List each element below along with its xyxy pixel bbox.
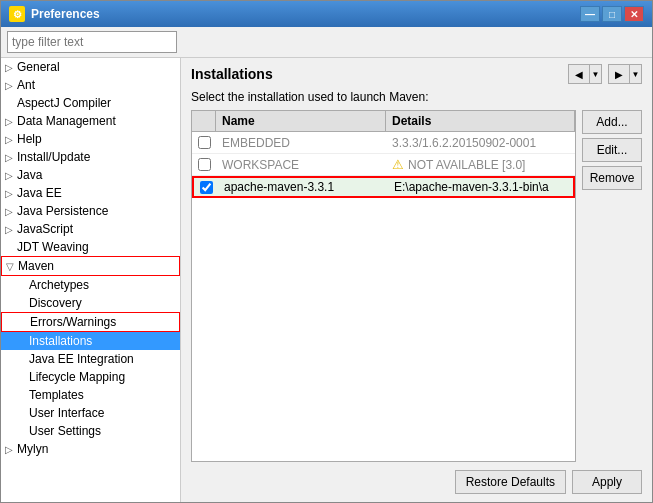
row-checkbox-embedded[interactable] [192, 136, 216, 149]
sidebar-item-javascript[interactable]: ▷ JavaScript [1, 220, 180, 238]
sidebar-item-label: Installations [29, 334, 176, 348]
th-check [192, 111, 216, 131]
minimize-button[interactable]: — [580, 6, 600, 22]
arrow-icon: ▷ [5, 152, 17, 163]
window-icon: ⚙ [9, 6, 25, 22]
sidebar-item-javaee[interactable]: ▷ Java EE [1, 184, 180, 202]
sidebar-item-label: Java EE Integration [29, 352, 176, 366]
row-name-embedded: EMBEDDED [216, 134, 386, 152]
sidebar-item-label: General [17, 60, 176, 74]
sidebar-item-installations[interactable]: Installations [1, 332, 180, 350]
sidebar-item-usersettings[interactable]: User Settings [1, 422, 180, 440]
table-header: Name Details [192, 111, 575, 132]
sidebar-item-label: JDT Weaving [17, 240, 176, 254]
sidebar-item-label: AspectJ Compiler [17, 96, 176, 110]
sidebar-item-label: Help [17, 132, 176, 146]
table-area: Name Details EMBEDDED 3.3.3/1.6. [191, 110, 642, 462]
table-row-apache: apache-maven-3.3.1 E:\apache-maven-3.3.1… [192, 176, 575, 198]
back-nav-group: ◀ ▼ [568, 64, 602, 84]
row-details-apache: E:\apache-maven-3.3.1-bin\a [388, 178, 573, 196]
sidebar-item-label: Archetypes [29, 278, 176, 292]
sidebar-item-java[interactable]: ▷ Java [1, 166, 180, 184]
sidebar-item-jdtweaving[interactable]: JDT Weaving [1, 238, 180, 256]
sidebar-item-label: Errors/Warnings [30, 315, 175, 329]
sidebar-item-label: User Interface [29, 406, 176, 420]
search-input[interactable] [7, 31, 177, 53]
installations-table: Name Details EMBEDDED 3.3.3/1.6. [191, 110, 576, 462]
table-body: EMBEDDED 3.3.3/1.6.2.20150902-0001 WORKS… [192, 132, 575, 461]
row-checkbox-workspace[interactable] [192, 158, 216, 171]
th-details: Details [386, 111, 575, 131]
arrow-icon: ▷ [5, 206, 17, 217]
panel-title: Installations [191, 66, 273, 82]
close-button[interactable]: ✕ [624, 6, 644, 22]
sidebar-item-label: Java [17, 168, 176, 182]
sidebar-item-lifecyclemapping[interactable]: Lifecycle Mapping [1, 368, 180, 386]
sidebar-item-ant[interactable]: ▷ Ant [1, 76, 180, 94]
arrow-icon: ▽ [6, 261, 18, 272]
sidebar-item-label: Java EE [17, 186, 176, 200]
arrow-icon: ▷ [5, 80, 17, 91]
checkbox-workspace[interactable] [198, 158, 211, 171]
maximize-button[interactable]: □ [602, 6, 622, 22]
arrow-icon: ▷ [5, 116, 17, 127]
arrow-icon: ▷ [5, 170, 17, 181]
sidebar-item-label: Install/Update [17, 150, 176, 164]
table-row: EMBEDDED 3.3.3/1.6.2.20150902-0001 [192, 132, 575, 154]
th-name: Name [216, 111, 386, 131]
sidebar-item-discovery[interactable]: Discovery [1, 294, 180, 312]
forward-dropdown-button[interactable]: ▼ [630, 64, 642, 84]
sidebar-item-errorswarnings[interactable]: Errors/Warnings [1, 312, 180, 332]
panel-header: Installations ◀ ▼ ▶ ▼ [181, 58, 652, 88]
sidebar-item-templates[interactable]: Templates [1, 386, 180, 404]
back-dropdown-button[interactable]: ▼ [590, 64, 602, 84]
edit-button[interactable]: Edit... [582, 138, 642, 162]
sidebar-item-userinterface[interactable]: User Interface [1, 404, 180, 422]
sidebar-item-help[interactable]: ▷ Help [1, 130, 180, 148]
sidebar-item-general[interactable]: ▷ General [1, 58, 180, 76]
sidebar-item-label: Data Management [17, 114, 176, 128]
sidebar-item-label: Mylyn [17, 442, 176, 456]
checkbox-embedded[interactable] [198, 136, 211, 149]
row-name-workspace: WORKSPACE [216, 156, 386, 174]
add-button[interactable]: Add... [582, 110, 642, 134]
remove-button[interactable]: Remove [582, 166, 642, 190]
sidebar-item-label: Discovery [29, 296, 176, 310]
sidebar: ▷ General ▷ Ant AspectJ Compiler [1, 58, 181, 502]
sidebar-item-label: User Settings [29, 424, 176, 438]
sidebar-item-label: Maven [18, 259, 175, 273]
search-bar [1, 27, 652, 58]
arrow-icon: ▷ [5, 134, 17, 145]
sidebar-item-label: Lifecycle Mapping [29, 370, 176, 384]
panel-description: Select the installation used to launch M… [181, 88, 652, 110]
workspace-details-text: NOT AVAILABLE [3.0] [408, 158, 525, 172]
arrow-icon [5, 242, 17, 253]
restore-defaults-button[interactable]: Restore Defaults [455, 470, 566, 494]
preferences-window: ⚙ Preferences — □ ✕ ▷ General [0, 0, 653, 503]
sidebar-item-label: Ant [17, 78, 176, 92]
sidebar-item-aspectj[interactable]: AspectJ Compiler [1, 94, 180, 112]
sidebar-item-javapersistence[interactable]: ▷ Java Persistence [1, 202, 180, 220]
window-title: Preferences [31, 7, 580, 21]
table-buttons: Add... Edit... Remove [576, 110, 642, 462]
arrow-icon [5, 98, 17, 109]
row-details-workspace: ⚠ NOT AVAILABLE [3.0] [386, 155, 575, 174]
row-name-apache: apache-maven-3.3.1 [218, 178, 388, 196]
back-button[interactable]: ◀ [568, 64, 590, 84]
apply-button[interactable]: Apply [572, 470, 642, 494]
sidebar-item-installupdate[interactable]: ▷ Install/Update [1, 148, 180, 166]
main-split: ▷ General ▷ Ant AspectJ Compiler [1, 58, 652, 502]
warning-icon: ⚠ [392, 157, 404, 172]
sidebar-item-datamgmt[interactable]: ▷ Data Management [1, 112, 180, 130]
sidebar-item-maven[interactable]: ▽ Maven [1, 256, 180, 276]
sidebar-item-label: Templates [29, 388, 176, 402]
forward-button[interactable]: ▶ [608, 64, 630, 84]
sidebar-tree: ▷ General ▷ Ant AspectJ Compiler [1, 58, 180, 502]
sidebar-item-javaeeintegration[interactable]: Java EE Integration [1, 350, 180, 368]
forward-nav-group: ▶ ▼ [608, 64, 642, 84]
sidebar-item-archetypes[interactable]: Archetypes [1, 276, 180, 294]
row-checkbox-apache[interactable] [194, 181, 218, 194]
sidebar-item-mylyn[interactable]: ▷ Mylyn [1, 440, 180, 458]
bottom-buttons: Restore Defaults Apply [181, 462, 652, 502]
checkbox-apache[interactable] [200, 181, 213, 194]
